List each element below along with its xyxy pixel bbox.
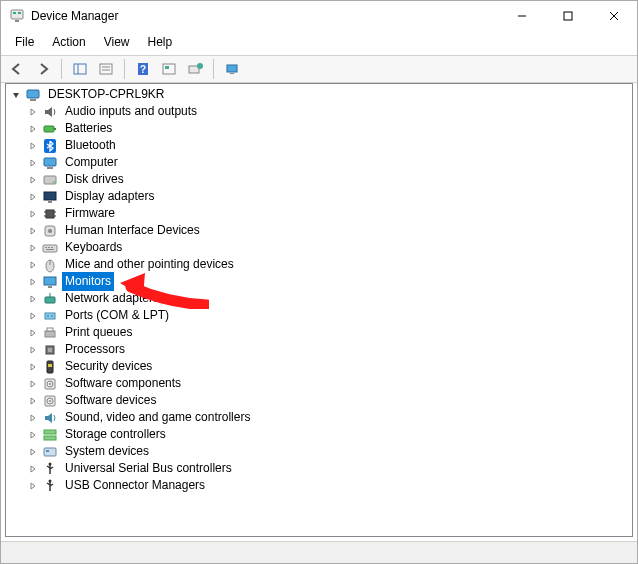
properties-button[interactable]: [94, 58, 118, 80]
expand-toggle[interactable]: [26, 190, 40, 204]
system-icon: [42, 444, 58, 460]
storage-icon: [42, 427, 58, 443]
expand-toggle[interactable]: [26, 275, 40, 289]
svg-rect-19: [227, 65, 237, 72]
tree-item-system-devices[interactable]: System devices: [6, 443, 632, 460]
expand-toggle[interactable]: [26, 394, 40, 408]
display-icon: [42, 189, 58, 205]
tree-item-computer[interactable]: Computer: [6, 154, 632, 171]
tree-item-network-adapters[interactable]: Network adapters: [6, 290, 632, 307]
tree-item-processors[interactable]: Processors: [6, 341, 632, 358]
svg-rect-10: [100, 64, 112, 74]
expand-toggle[interactable]: [26, 224, 40, 238]
show-hide-console-tree-button[interactable]: [68, 58, 92, 80]
tree-item-storage-controllers[interactable]: Storage controllers: [6, 426, 632, 443]
menu-help[interactable]: Help: [140, 33, 181, 51]
tree-item-mice-and-other-pointing-devices[interactable]: Mice and other pointing devices: [6, 256, 632, 273]
expand-toggle[interactable]: [26, 173, 40, 187]
titlebar: Device Manager: [1, 1, 637, 31]
printer-icon: [42, 325, 58, 341]
toolbar-separator: [124, 59, 125, 79]
svg-rect-20: [230, 73, 234, 74]
close-button[interactable]: [591, 1, 637, 31]
expand-toggle[interactable]: [26, 462, 40, 476]
svg-rect-3: [15, 20, 19, 22]
sound-icon: [42, 410, 58, 426]
menu-view[interactable]: View: [96, 33, 138, 51]
mouse-icon: [42, 257, 58, 273]
svg-rect-8: [74, 64, 86, 74]
tree-item-security-devices[interactable]: Security devices: [6, 358, 632, 375]
tree-item-usb-connector-managers[interactable]: USB Connector Managers: [6, 477, 632, 494]
tree-item-software-components[interactable]: Software components: [6, 375, 632, 392]
expand-toggle[interactable]: [9, 88, 23, 102]
minimize-button[interactable]: [499, 1, 545, 31]
toolbar-separator: [213, 59, 214, 79]
software-icon: [42, 376, 58, 392]
expand-toggle[interactable]: [26, 258, 40, 272]
window-controls: [499, 1, 637, 31]
expand-toggle[interactable]: [26, 479, 40, 493]
app-icon: [9, 8, 25, 24]
tree-item-bluetooth[interactable]: Bluetooth: [6, 137, 632, 154]
tree-item-keyboards[interactable]: Keyboards: [6, 239, 632, 256]
computer-icon: [25, 87, 41, 103]
keyboard-icon: [42, 240, 58, 256]
expand-toggle[interactable]: [26, 428, 40, 442]
expand-toggle[interactable]: [26, 292, 40, 306]
tree-root[interactable]: DESKTOP-CPRL9KR: [6, 86, 632, 103]
tree-item-label: USB Connector Managers: [62, 476, 208, 495]
tree-item-software-devices[interactable]: Software devices: [6, 392, 632, 409]
tree-item-disk-drives[interactable]: Disk drives: [6, 171, 632, 188]
menubar: File Action View Help: [1, 31, 637, 55]
expand-toggle[interactable]: [26, 156, 40, 170]
tree-item-universal-serial-bus-controllers[interactable]: Universal Serial Bus controllers: [6, 460, 632, 477]
security-icon: [42, 359, 58, 375]
action-properties-button[interactable]: [157, 58, 181, 80]
hid-icon: [42, 223, 58, 239]
bluetooth-icon: [42, 138, 58, 154]
tree-item-human-interface-devices[interactable]: Human Interface Devices: [6, 222, 632, 239]
chip-icon: [42, 206, 58, 222]
window-title: Device Manager: [31, 9, 118, 23]
speaker-icon: [42, 104, 58, 120]
menu-action[interactable]: Action: [44, 33, 93, 51]
scan-hardware-button[interactable]: [183, 58, 207, 80]
expand-toggle[interactable]: [26, 207, 40, 221]
expand-toggle[interactable]: [26, 139, 40, 153]
tree-item-firmware[interactable]: Firmware: [6, 205, 632, 222]
tree-item-ports-com-lpt-[interactable]: Ports (COM & LPT): [6, 307, 632, 324]
expand-toggle[interactable]: [26, 241, 40, 255]
tree-item-sound-video-and-game-controllers[interactable]: Sound, video and game controllers: [6, 409, 632, 426]
menu-file[interactable]: File: [7, 33, 42, 51]
expand-toggle[interactable]: [26, 326, 40, 340]
help-button[interactable]: ?: [131, 58, 155, 80]
expand-toggle[interactable]: [26, 122, 40, 136]
expand-toggle[interactable]: [26, 445, 40, 459]
devices-by-type-button[interactable]: [220, 58, 244, 80]
expand-toggle[interactable]: [26, 377, 40, 391]
back-button[interactable]: [5, 58, 29, 80]
expand-toggle[interactable]: [26, 309, 40, 323]
port-icon: [42, 308, 58, 324]
usb-icon: [42, 478, 58, 494]
svg-point-18: [197, 63, 203, 69]
software-icon: [42, 393, 58, 409]
svg-rect-0: [11, 10, 23, 19]
computer-icon: [42, 155, 58, 171]
maximize-button[interactable]: [545, 1, 591, 31]
expand-toggle[interactable]: [26, 411, 40, 425]
tree-item-monitors[interactable]: Monitors: [6, 273, 632, 290]
svg-rect-5: [564, 12, 572, 20]
toolbar-separator: [61, 59, 62, 79]
expand-toggle[interactable]: [26, 343, 40, 357]
expand-toggle[interactable]: [26, 105, 40, 119]
tree-item-print-queues[interactable]: Print queues: [6, 324, 632, 341]
tree-item-batteries[interactable]: Batteries: [6, 120, 632, 137]
tree-item-audio-inputs-and-outputs[interactable]: Audio inputs and outputs: [6, 103, 632, 120]
device-tree[interactable]: DESKTOP-CPRL9KRAudio inputs and outputsB…: [5, 83, 633, 537]
expand-toggle[interactable]: [26, 360, 40, 374]
tree-item-display-adapters[interactable]: Display adapters: [6, 188, 632, 205]
forward-button[interactable]: [31, 58, 55, 80]
svg-rect-16: [165, 66, 169, 69]
